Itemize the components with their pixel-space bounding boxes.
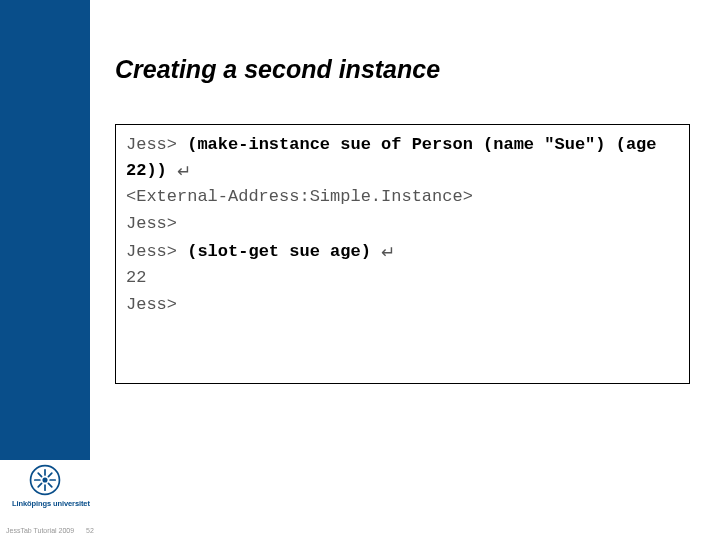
code-line-1: Jess> (make-instance sue of Person (name… <box>126 133 679 183</box>
code-box: Jess> (make-instance sue of Person (name… <box>115 124 690 384</box>
seal-icon <box>28 463 62 497</box>
code-command: (slot-get sue age) <box>187 242 371 261</box>
code-line-4: Jess> (slot-get sue age) ↵ <box>126 239 679 265</box>
prompt: Jess> <box>126 242 187 261</box>
code-line-6: Jess> <box>126 293 679 318</box>
page-number: 52 <box>86 527 94 534</box>
slide-title: Creating a second instance <box>115 55 690 84</box>
sidebar-band <box>0 0 90 540</box>
code-output-2: 22 <box>126 266 679 291</box>
prompt: Jess> <box>126 135 187 154</box>
slide: Creating a second instance Jess> (make-i… <box>0 0 720 540</box>
svg-point-1 <box>42 477 47 482</box>
content-area: Creating a second instance Jess> (make-i… <box>115 55 690 384</box>
enter-icon: ↵ <box>381 241 395 266</box>
code-command: (make-instance sue of Person (name "Sue"… <box>126 135 667 180</box>
code-output-1: <External-Address:Simple.Instance> <box>126 185 679 210</box>
footer: JessTab Tutorial 2009 52 <box>6 527 94 534</box>
university-logo: Linköpings universitet <box>12 463 78 508</box>
enter-icon: ↵ <box>177 160 191 185</box>
logo-text: Linköpings universitet <box>12 499 78 508</box>
footer-label: JessTab Tutorial 2009 <box>6 527 74 534</box>
code-line-3: Jess> <box>126 212 679 237</box>
